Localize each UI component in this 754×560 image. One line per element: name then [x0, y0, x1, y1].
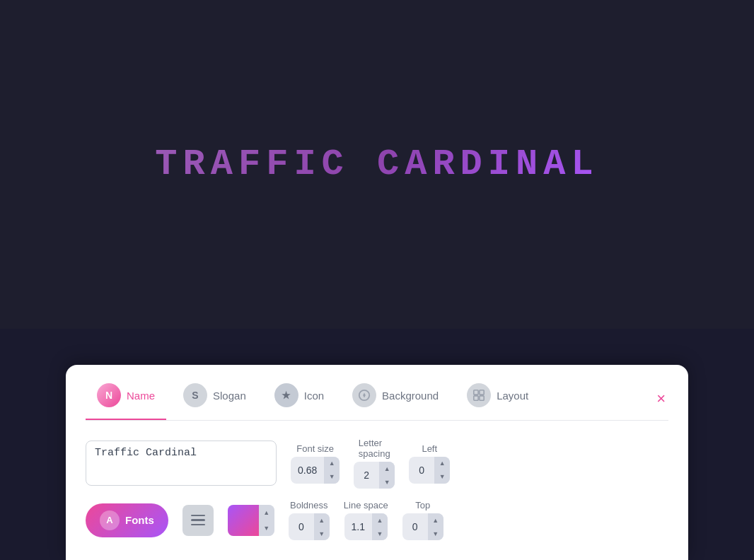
top-spinner-btns: ▲ ▼: [428, 513, 443, 540]
left-spinner-btns: ▲ ▼: [434, 457, 450, 484]
menu-line-3: [191, 524, 205, 526]
line-space-value: 1.1: [344, 521, 372, 532]
font-size-label: Font size: [296, 443, 334, 454]
fonts-button[interactable]: A Fonts: [86, 503, 168, 537]
boldness-down-button[interactable]: ▼: [314, 527, 330, 540]
top-group: Top 0 ▲ ▼: [402, 500, 443, 540]
menu-line-2: [191, 519, 205, 521]
font-size-group: Font size 0.68 ▲ ▼: [291, 443, 340, 484]
boldness-group: Boldness 0 ▲ ▼: [289, 500, 330, 540]
font-size-down-button[interactable]: ▼: [324, 470, 340, 484]
color-up-button[interactable]: ▲: [259, 505, 274, 520]
line-space-spinner[interactable]: 1.1 ▲ ▼: [344, 513, 388, 540]
tab-background-icon: [352, 383, 376, 407]
canvas-area: TRAFFIC CARDINAL: [0, 0, 754, 329]
tab-slogan-label: Slogan: [213, 390, 246, 402]
line-space-down-button[interactable]: ▼: [372, 527, 388, 540]
line-space-group: Line space 1.1 ▲ ▼: [344, 500, 388, 540]
left-spinner[interactable]: 0 ▲ ▼: [409, 457, 450, 484]
tab-icon-icon: ★: [274, 383, 298, 407]
color-swatch: [228, 505, 259, 536]
left-label: Left: [422, 443, 437, 454]
line-space-label: Line space: [344, 500, 388, 511]
fonts-button-label: Fonts: [125, 514, 154, 526]
color-picker-arrows: ▲ ▼: [259, 505, 274, 536]
letter-spacing-spinner[interactable]: 2 ▲ ▼: [354, 462, 395, 489]
color-picker-button[interactable]: ▲ ▼: [228, 505, 274, 536]
boldness-spinner-btns: ▲ ▼: [314, 513, 330, 540]
letter-spacing-spinner-btns: ▲ ▼: [379, 462, 395, 489]
bottom-panel: N Name S Slogan ★ Icon Background: [66, 365, 688, 560]
tab-layout-label: Layout: [497, 390, 528, 402]
menu-button[interactable]: [182, 505, 214, 536]
text-input[interactable]: Traffic Cardinal: [86, 441, 277, 486]
tab-slogan-icon: S: [183, 383, 207, 407]
tab-slogan[interactable]: S Slogan: [172, 378, 257, 420]
tabs-row: N Name S Slogan ★ Icon Background: [86, 365, 668, 421]
tab-name-label: Name: [127, 390, 155, 402]
left-up-button[interactable]: ▲: [434, 457, 450, 470]
top-spinner[interactable]: 0 ▲ ▼: [402, 513, 443, 540]
tab-icon-label: Icon: [304, 390, 324, 402]
boldness-label: Boldness: [290, 500, 327, 511]
svg-rect-1: [474, 390, 478, 395]
controls-row-1: Traffic Cardinal Font size 0.68 ▲ ▼ Lett…: [86, 438, 668, 489]
tab-icon[interactable]: ★ Icon: [263, 378, 335, 420]
letter-spacing-value: 2: [354, 469, 379, 481]
menu-line-1: [191, 515, 205, 517]
close-button[interactable]: ×: [654, 388, 668, 409]
color-down-button[interactable]: ▼: [259, 520, 274, 536]
tab-layout[interactable]: Layout: [456, 378, 540, 420]
font-size-spinner[interactable]: 0.68 ▲ ▼: [291, 457, 340, 484]
svg-rect-2: [480, 390, 484, 395]
letter-spacing-label: Letter spacing: [359, 438, 390, 459]
boldness-spinner[interactable]: 0 ▲ ▼: [289, 513, 330, 540]
top-label: Top: [415, 500, 430, 511]
font-size-value: 0.68: [291, 465, 324, 476]
font-size-spinner-btns: ▲ ▼: [324, 457, 340, 484]
letter-spacing-down-button[interactable]: ▼: [379, 475, 395, 489]
fonts-button-icon: A: [100, 511, 120, 530]
left-down-button[interactable]: ▼: [434, 470, 450, 484]
top-down-button[interactable]: ▼: [428, 527, 443, 540]
svg-rect-3: [474, 396, 478, 400]
font-size-up-button[interactable]: ▲: [324, 457, 340, 470]
line-space-up-button[interactable]: ▲: [372, 513, 388, 527]
tab-name[interactable]: N Name: [86, 378, 166, 420]
letter-spacing-group: Letter spacing 2 ▲ ▼: [354, 438, 395, 489]
svg-rect-4: [480, 396, 484, 400]
left-value: 0: [409, 465, 434, 476]
boldness-value: 0: [289, 521, 314, 532]
letter-spacing-up-button[interactable]: ▲: [379, 462, 395, 475]
tab-layout-icon: [467, 383, 491, 407]
tab-background-label: Background: [382, 390, 439, 402]
tab-background[interactable]: Background: [341, 378, 450, 420]
logo-preview-text: TRAFFIC CARDINAL: [155, 144, 598, 185]
left-group: Left 0 ▲ ▼: [409, 443, 450, 484]
controls-row-2: A Fonts ▲ ▼ Boldness 0 ▲ ▼: [86, 500, 668, 540]
tab-name-icon: N: [97, 383, 121, 407]
line-space-spinner-btns: ▲ ▼: [372, 513, 388, 540]
top-up-button[interactable]: ▲: [428, 513, 443, 527]
boldness-up-button[interactable]: ▲: [314, 513, 330, 527]
top-value: 0: [402, 521, 428, 532]
